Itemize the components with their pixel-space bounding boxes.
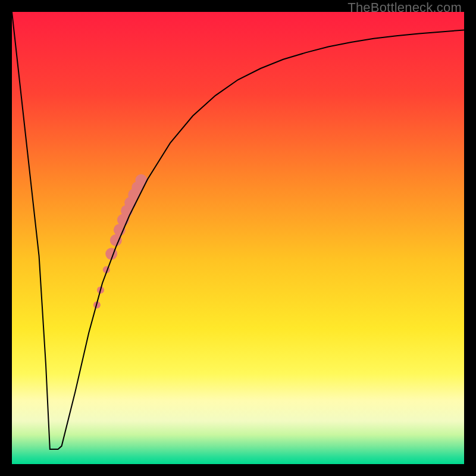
watermark-text: TheBottleneck.com bbox=[347, 0, 462, 15]
svg-rect-0 bbox=[12, 12, 464, 464]
background-gradient bbox=[12, 12, 464, 464]
chart-frame: TheBottleneck.com bbox=[0, 0, 476, 476]
plot-area bbox=[12, 12, 464, 464]
